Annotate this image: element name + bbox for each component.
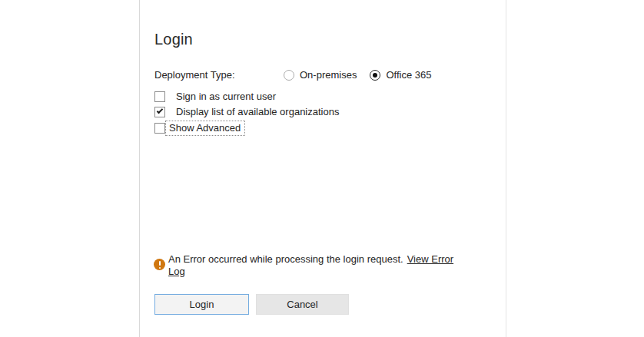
page-title: Login	[154, 31, 193, 48]
checkbox-row-sign-in-as-current-user[interactable]: Sign in as current user	[154, 91, 276, 102]
checkbox-row-show-advanced[interactable]: Show Advanced	[154, 121, 245, 136]
error-message-block: An Error occurred while processing the l…	[154, 253, 465, 278]
checkbox-unchecked-icon[interactable]	[154, 91, 165, 102]
radio-selected-icon[interactable]	[370, 70, 380, 81]
radio-dot	[373, 73, 377, 78]
checkbox-label-show-advanced[interactable]: Show Advanced	[165, 121, 245, 136]
checkbox-label-sign-in-as-current-user[interactable]: Sign in as current user	[176, 91, 276, 102]
login-button[interactable]: Login	[154, 294, 249, 315]
error-message: An Error occurred while processing the l…	[168, 253, 403, 265]
radio-option-on-premises[interactable]: On-premises	[284, 69, 357, 81]
radio-label-office-365[interactable]: Office 365	[386, 69, 431, 81]
checkbox-row-display-list-of-organizations[interactable]: Display list of available organizations	[154, 106, 339, 117]
cancel-button[interactable]: Cancel	[256, 294, 349, 315]
deployment-type-row: Deployment Type: On-premises Office 365	[154, 69, 496, 81]
warning-exclamation-bar	[159, 261, 161, 266]
deployment-radio-group: On-premises Office 365	[284, 69, 444, 81]
radio-label-on-premises[interactable]: On-premises	[300, 69, 357, 81]
radio-option-office-365[interactable]: Office 365	[370, 69, 431, 81]
error-text: An Error occurred while processing the l…	[168, 253, 465, 278]
checkmark-icon	[157, 107, 163, 113]
checkbox-unchecked-icon[interactable]	[154, 123, 165, 134]
checkbox-label-display-list-of-organizations[interactable]: Display list of available organizations	[176, 106, 339, 117]
checkbox-checked-icon[interactable]	[154, 107, 165, 117]
login-panel: Login Deployment Type: On-premises Offic…	[139, 0, 506, 337]
login-dialog-backdrop: Login Deployment Type: On-premises Offic…	[0, 0, 644, 337]
warning-icon	[154, 259, 165, 270]
radio-unselected-icon[interactable]	[284, 70, 294, 81]
warning-exclamation-dot	[159, 267, 161, 269]
deployment-type-label: Deployment Type:	[154, 69, 284, 81]
